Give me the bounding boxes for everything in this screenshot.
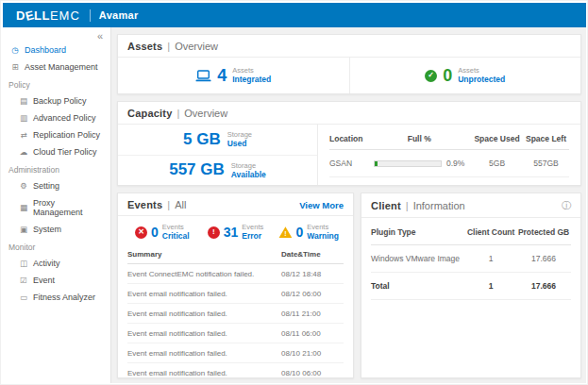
warning-triangle-icon: ! <box>278 226 292 238</box>
event-summary: Event email notification failed. <box>127 284 281 304</box>
view-more-link[interactable]: View More <box>299 200 344 210</box>
capacity-progress-fill <box>375 161 378 166</box>
replication-policy-icon: ⇄ <box>19 130 28 140</box>
events-error-stat[interactable]: ! 31 Events Error <box>199 224 273 241</box>
storage-available-value: 557 GB <box>169 160 225 179</box>
proxy-management-icon: ▦ <box>19 203 28 212</box>
col-location: Location <box>329 130 367 150</box>
advanced-policy-icon: ▥ <box>19 113 28 123</box>
laptop-icon <box>195 70 211 82</box>
sidebar-item-label: Dashboard <box>25 45 66 55</box>
client-panel-header: Client | Information ⓘ <box>361 193 580 218</box>
client-count-cell: 1 <box>465 245 516 273</box>
client-total-row: Total 1 17.666 <box>371 273 571 300</box>
event-datetime: 08/10 06:00 <box>281 363 344 383</box>
fitness-analyzer-icon: ▭ <box>19 293 28 302</box>
sidebar: « ◷ Dashboard ⊞ Asset Management Policy … <box>3 27 111 383</box>
col-datetime: Date&Time <box>281 247 344 264</box>
full-pct-cell: 0.9% <box>446 159 464 168</box>
sidebar-item-event[interactable]: ☑ Event <box>3 272 110 289</box>
sidebar-item-proxy-management[interactable]: ▦ Proxy Management <box>3 194 110 221</box>
panel-title: Capacity <box>127 108 172 119</box>
panel-title: Client <box>371 200 401 211</box>
stat-label-bottom: Unprotected <box>458 75 505 84</box>
event-datetime: 08/12 06:00 <box>281 284 344 304</box>
storage-available-stat: 557 GB Storage Available <box>118 156 317 186</box>
stat-label-top: Assets <box>232 66 271 75</box>
capacity-panel-header: Capacity | Overview <box>118 102 580 125</box>
app-window: DELLEMC Avamar « ◷ Dashboard ⊞ Asset Man… <box>0 0 588 385</box>
sidebar-item-setting[interactable]: ⚙ Setting <box>3 177 110 194</box>
client-row[interactable]: Windows VMware Image 1 17.666 <box>371 245 571 273</box>
sidebar-section-monitor: Monitor <box>3 238 110 255</box>
event-datetime: 08/10 21:00 <box>281 343 344 363</box>
critical-count: 0 <box>151 226 159 239</box>
event-summary: Event ConnectEMC notification failed. <box>127 264 281 284</box>
event-datetime: 08/11 06:00 <box>281 324 344 343</box>
capacity-table-row-gsan[interactable]: GSAN 0.9% 5GB 557GB <box>329 150 569 177</box>
error-exclamation-circle-icon: ! <box>208 226 220 239</box>
event-row[interactable]: Event email notification failed. 08/12 0… <box>127 284 344 304</box>
event-summary: Event email notification failed. <box>127 324 281 343</box>
sidebar-item-system[interactable]: ▣ System <box>3 221 110 238</box>
assets-unprotected-stat[interactable]: ✓ 0 Assets Unprotected <box>349 58 581 93</box>
sidebar-item-fitness-analyzer[interactable]: ▭ Fitness Analyzer <box>3 289 110 306</box>
event-row[interactable]: Event email notification failed. 08/10 0… <box>127 363 344 383</box>
sidebar-item-advanced-policy[interactable]: ▥ Advanced Policy <box>3 109 110 126</box>
stat-label-top: Assets <box>458 66 505 75</box>
event-summary: Event email notification failed. <box>127 343 281 363</box>
event-datetime: 08/12 18:48 <box>281 264 344 284</box>
stat-label-bottom: Integrated <box>232 75 271 84</box>
sidebar-item-asset-management[interactable]: ⊞ Asset Management <box>3 59 110 75</box>
events-table: Summary Date&Time Event ConnectEMC notif… <box>118 247 353 385</box>
backup-policy-icon: ▤ <box>19 96 28 106</box>
sidebar-item-replication-policy[interactable]: ⇄ Replication Policy <box>3 126 110 143</box>
capacity-table-header-row: Location Full % Space Used Space Left <box>329 130 569 150</box>
events-critical-stat[interactable]: ✕ 0 Events Critical <box>126 224 199 241</box>
sidebar-item-label: Backup Policy <box>33 96 87 106</box>
event-icon: ☑ <box>19 276 28 285</box>
storage-used-value: 5 GB <box>183 130 221 149</box>
title-separator: | <box>167 199 170 210</box>
assets-panel-header: Assets | Overview <box>118 35 580 58</box>
warning-count: 0 <box>295 226 303 239</box>
sidebar-item-label: Cloud Tier Policy <box>33 147 97 157</box>
dashboard-icon: ◷ <box>10 45 20 55</box>
sidebar-item-dashboard[interactable]: ◷ Dashboard <box>3 42 110 59</box>
capacity-table: Location Full % Space Used Space Left GS… <box>318 125 580 185</box>
event-datetime: 08/11 21:00 <box>281 304 344 324</box>
storage-used-stat: 5 GB Storage Used <box>118 125 317 156</box>
sidebar-item-cloud-tier-policy[interactable]: ☁ Cloud Tier Policy <box>3 143 110 160</box>
panel-subtitle: Overview <box>175 41 218 52</box>
unprotected-count: 0 <box>443 67 452 84</box>
stat-label-top: Storage <box>227 130 252 139</box>
event-row[interactable]: Event email notification failed. 08/10 2… <box>127 343 344 363</box>
stat-label-bottom: Critical <box>162 232 190 242</box>
col-full-pct: Full % <box>367 130 471 150</box>
sidebar-item-label: Activity <box>33 259 60 268</box>
events-table-header-row: Summary Date&Time <box>127 247 344 264</box>
events-warning-stat[interactable]: ! 0 Events Warning <box>272 224 345 241</box>
dellemc-logo[interactable]: DELLEMC <box>16 8 80 23</box>
title-separator: | <box>406 200 409 211</box>
panel-title: Assets <box>127 41 162 52</box>
panel-subtitle: Overview <box>184 108 227 119</box>
col-space-used: Space Used <box>471 130 523 150</box>
event-row[interactable]: Event email notification failed. 08/11 2… <box>127 304 344 324</box>
event-row[interactable]: Event ConnectEMC notification failed. 08… <box>127 264 344 284</box>
assets-integrated-stat[interactable]: 4 Assets Integrated <box>118 66 349 84</box>
collapse-sidebar-icon[interactable]: « <box>3 29 110 42</box>
sidebar-item-label: Advanced Policy <box>33 113 96 123</box>
stat-label-bottom: Error <box>242 232 263 242</box>
sidebar-item-activity[interactable]: ◫ Activity <box>3 255 110 272</box>
critical-x-circle-icon: ✕ <box>135 226 147 239</box>
info-icon[interactable]: ⓘ <box>562 199 571 212</box>
protected-gb-cell: 17.666 <box>516 245 571 273</box>
asset-management-icon: ⊞ <box>10 62 20 72</box>
event-row[interactable]: Event email notification failed. 08/11 0… <box>127 324 344 343</box>
stat-label-bottom: Available <box>231 170 266 179</box>
panel-subtitle: Information <box>413 200 465 211</box>
events-panel-header: Events | All View More <box>118 193 353 216</box>
sidebar-item-backup-policy[interactable]: ▤ Backup Policy <box>3 92 110 109</box>
sidebar-item-label: Setting <box>33 181 59 191</box>
